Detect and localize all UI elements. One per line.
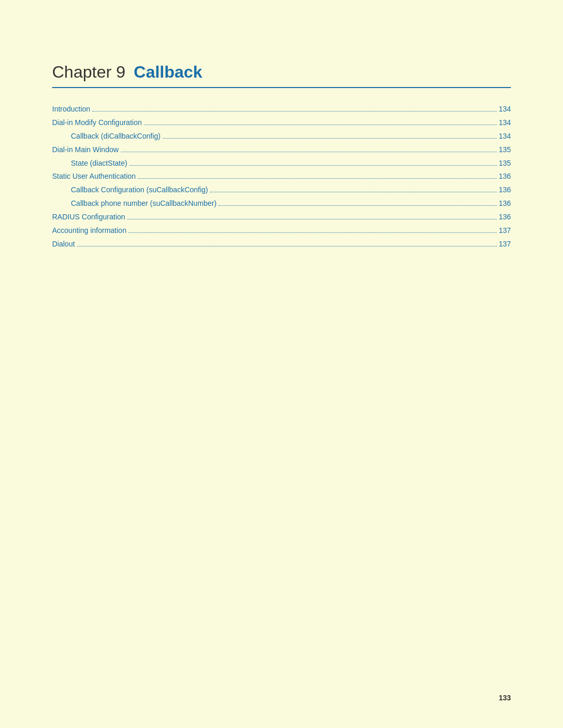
toc-dots (138, 178, 496, 179)
toc-page-number: 135 (499, 143, 511, 157)
toc-page-number: 137 (499, 224, 511, 238)
toc-link[interactable]: Callback phone number (suCallbackNumber) (71, 197, 216, 211)
toc-dots (77, 246, 497, 246)
toc-entry[interactable]: Callback (diCallbackConfig)134 (52, 130, 511, 143)
toc-dots (121, 152, 497, 152)
toc-link[interactable]: State (diactState) (71, 157, 127, 170)
toc-entry[interactable]: Static User Authentication136 (52, 170, 511, 183)
toc-dots (129, 165, 496, 166)
toc-page-number: 136 (499, 170, 511, 183)
toc-dots (210, 192, 497, 192)
toc-page-number: 135 (499, 157, 511, 170)
toc-link[interactable]: Dial-in Main Window (52, 143, 119, 157)
toc-entry[interactable]: RADIUS Configuration136 (52, 211, 511, 224)
toc-link[interactable]: Static User Authentication (52, 170, 136, 183)
toc-link[interactable]: Dialout (52, 238, 75, 251)
toc-dots (127, 219, 497, 219)
toc-page-number: 134 (499, 116, 511, 130)
toc-entry[interactable]: Callback phone number (suCallbackNumber)… (52, 197, 511, 211)
toc-entry[interactable]: Dialout137 (52, 238, 511, 251)
toc-page-number: 136 (499, 183, 511, 197)
toc-dots (144, 125, 497, 125)
page-number: 133 (499, 694, 511, 702)
toc-page-number: 137 (499, 238, 511, 251)
toc-entry[interactable]: State (diactState)135 (52, 157, 511, 170)
chapter-header: Chapter 9 Callback (52, 63, 511, 82)
toc-link[interactable]: RADIUS Configuration (52, 211, 125, 224)
page: Chapter 9 Callback Introduction134Dial-i… (0, 0, 563, 728)
toc-dots (218, 205, 496, 206)
header-divider (52, 87, 511, 88)
toc-link[interactable]: Callback Configuration (suCallbackConfig… (71, 183, 208, 197)
chapter-title: Callback (134, 63, 203, 82)
toc-page-number: 134 (499, 103, 511, 116)
toc-link[interactable]: Callback (diCallbackConfig) (71, 130, 161, 143)
toc-dots (128, 232, 496, 233)
toc-link[interactable]: Accounting information (52, 224, 126, 238)
toc-page-number: 136 (499, 211, 511, 224)
table-of-contents: Introduction134Dial-in Modify Configurat… (52, 103, 511, 251)
toc-entry[interactable]: Accounting information137 (52, 224, 511, 238)
toc-page-number: 134 (499, 130, 511, 143)
toc-link[interactable]: Introduction (52, 103, 90, 116)
toc-entry[interactable]: Dial-in Modify Configuration134 (52, 116, 511, 130)
toc-dots (92, 111, 496, 112)
toc-entry[interactable]: Callback Configuration (suCallbackConfig… (52, 183, 511, 197)
toc-page-number: 136 (499, 197, 511, 211)
toc-entry[interactable]: Introduction134 (52, 103, 511, 116)
chapter-label: Chapter 9 (52, 63, 126, 82)
toc-link[interactable]: Dial-in Modify Configuration (52, 116, 142, 130)
toc-dots (163, 138, 497, 139)
toc-entry[interactable]: Dial-in Main Window135 (52, 143, 511, 157)
